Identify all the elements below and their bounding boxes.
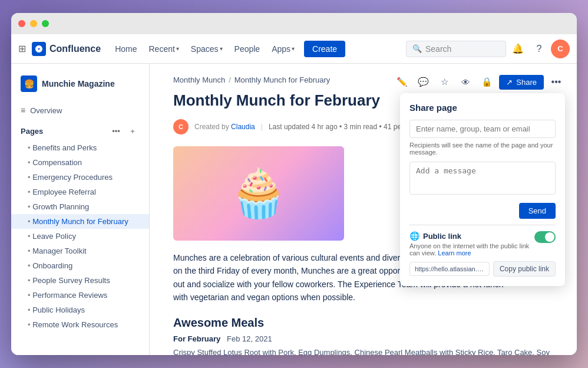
app-window: ⊞ Confluence Home Recent ▾ Spaces ▾ Peop…: [11, 13, 577, 355]
breadcrumb-space[interactable]: Monthly Munch: [173, 75, 225, 84]
sidebar-page-growth[interactable]: Growth Planning: [11, 199, 149, 214]
logo-icon: [32, 42, 46, 56]
nav-apps[interactable]: Apps ▾: [267, 41, 299, 57]
search-box[interactable]: 🔍 Search: [406, 41, 506, 57]
titlebar: [11, 13, 577, 34]
logo[interactable]: Confluence: [32, 42, 101, 56]
author-info: Created by Claudia: [194, 123, 255, 131]
public-link-description: Anyone on the internet with the public l…: [409, 242, 530, 257]
pages-section-title: Pages: [21, 127, 43, 136]
article-subtitle: Awesome Meals: [173, 316, 553, 330]
toggle-knob: [545, 232, 554, 242]
copy-link-button[interactable]: Copy public link: [493, 261, 556, 277]
learn-more-link[interactable]: Learn more: [438, 249, 471, 257]
content-area: Monthly Munch / Monthly Munch for Februa…: [150, 64, 577, 355]
sidebar-item-overview[interactable]: ≡ Overview: [11, 101, 149, 119]
pages-section-header: Pages ••• +: [11, 119, 149, 140]
share-button[interactable]: ↗ Share: [499, 75, 544, 90]
sidebar-page-emergency[interactable]: Emergency Procedures: [11, 170, 149, 185]
public-link-row: 🌐 Public link Anyone on the internet wit…: [409, 231, 556, 257]
created-by-label: Created by: [194, 123, 229, 131]
chevron-down-icon: ▾: [292, 45, 295, 52]
pages-section-actions: ••• +: [109, 124, 140, 138]
breadcrumb-page[interactable]: Monthly Munch for February: [234, 75, 331, 84]
public-link-info: 🌐 Public link Anyone on the internet wit…: [409, 231, 530, 257]
sidebar-page-compensation[interactable]: Compensation: [11, 155, 149, 170]
sidebar-page-leave[interactable]: Leave Policy: [11, 229, 149, 244]
meal-description: Crispy Stuffed Lotus Root with Pork, Egg…: [173, 347, 553, 355]
minimize-button[interactable]: [30, 20, 37, 27]
article-image: 🧁: [173, 146, 344, 241]
watch-button[interactable]: 👁: [457, 73, 474, 91]
top-navigation: ⊞ Confluence Home Recent ▾ Spaces ▾ Peop…: [11, 34, 577, 64]
sidebar-page-holidays[interactable]: Public Holidays: [11, 303, 149, 317]
link-url: https://hello.atlassian.net/67: [409, 262, 490, 276]
more-options-button[interactable]: •••: [547, 73, 565, 91]
cupcake-image: 🧁: [173, 146, 344, 241]
share-recipient-input[interactable]: [409, 120, 556, 138]
user-avatar[interactable]: C: [551, 40, 570, 58]
maximize-button[interactable]: [42, 20, 49, 27]
chevron-down-icon: ▾: [176, 45, 179, 52]
sidebar-page-referral[interactable]: Employee Referral: [11, 185, 149, 199]
share-popup: Share page Recipients will see the name …: [400, 93, 565, 286]
nav-home[interactable]: Home: [110, 41, 141, 57]
nav-people[interactable]: People: [230, 41, 265, 57]
star-button[interactable]: ☆: [435, 73, 453, 91]
author-avatar: C: [173, 119, 189, 134]
space-header: 🍔 Munchie Magazine: [11, 71, 149, 97]
help-button[interactable]: ?: [530, 40, 549, 58]
pages-add-button[interactable]: +: [125, 124, 140, 138]
sidebar-page-survey[interactable]: People Survey Results: [11, 273, 149, 288]
share-message-input[interactable]: [409, 162, 556, 195]
space-icon: 🍔: [21, 75, 37, 92]
search-text: Search: [425, 44, 451, 54]
share-hint: Recipients will see the name of the page…: [409, 142, 556, 156]
public-link-title: 🌐 Public link: [409, 231, 530, 241]
logo-text: Confluence: [49, 44, 101, 54]
nav-recent[interactable]: Recent ▾: [144, 41, 183, 57]
sidebar-page-remote-work[interactable]: Remote Work Resources: [11, 317, 149, 332]
public-link-toggle[interactable]: [534, 231, 556, 243]
pages-more-button[interactable]: •••: [109, 124, 123, 138]
sidebar-page-onboarding[interactable]: Onboarding: [11, 258, 149, 273]
sidebar-page-monthly-munch[interactable]: Monthly Munch for February: [11, 214, 149, 229]
search-icon: 🔍: [412, 44, 422, 53]
main-content: 🍔 Munchie Magazine ≡ Overview Pages ••• …: [11, 64, 577, 355]
send-button[interactable]: Send: [519, 203, 556, 219]
overview-icon: ≡: [21, 106, 25, 115]
nav-spaces[interactable]: Spaces ▾: [186, 41, 227, 57]
edit-button[interactable]: ✏️: [393, 73, 411, 91]
chevron-down-icon: ▾: [220, 45, 223, 52]
sidebar-page-performance[interactable]: Performance Reviews: [11, 288, 149, 303]
restrict-button[interactable]: 🔒: [478, 73, 495, 91]
content-toolbar: ✏️ 💬 ☆ 👁 🔒 ↗ Share •••: [393, 73, 565, 91]
sidebar-page-manager[interactable]: Manager Toolkit: [11, 244, 149, 258]
meal-info: For February Feb 12, 2021: [173, 334, 553, 343]
breadcrumb-separator: /: [229, 75, 231, 84]
close-button[interactable]: [18, 20, 25, 27]
globe-icon: 🌐: [409, 231, 419, 241]
share-popup-title: Share page: [409, 103, 556, 113]
notifications-button[interactable]: 🔔: [508, 40, 527, 58]
create-button[interactable]: Create: [304, 41, 345, 57]
share-icon: ↗: [506, 78, 513, 87]
share-divider: [409, 225, 556, 225]
sidebar: 🍔 Munchie Magazine ≡ Overview Pages ••• …: [11, 64, 150, 355]
copy-link-row: https://hello.atlassian.net/67 Copy publ…: [409, 261, 556, 277]
sidebar-page-benefits[interactable]: Benefits and Perks: [11, 140, 149, 155]
comment-button[interactable]: 💬: [414, 73, 432, 91]
grid-icon[interactable]: ⊞: [18, 43, 26, 54]
author-name[interactable]: Claudia: [231, 123, 255, 131]
space-name: Munchie Magazine: [42, 79, 115, 88]
